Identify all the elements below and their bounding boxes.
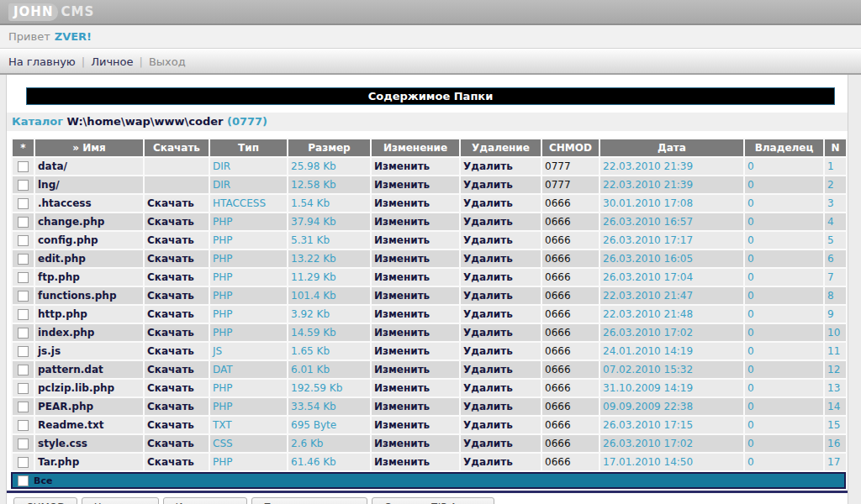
column-header: Дата bbox=[600, 139, 744, 157]
file-name-link[interactable]: change.php bbox=[38, 216, 104, 228]
download-link[interactable]: Скачать bbox=[147, 253, 194, 265]
row-checkbox[interactable] bbox=[18, 420, 29, 431]
download-link[interactable]: Скачать bbox=[147, 234, 194, 246]
file-name-link[interactable]: PEAR.php bbox=[38, 401, 93, 412]
row-checkbox[interactable] bbox=[18, 309, 29, 320]
nav-item-2[interactable]: Выход bbox=[149, 55, 186, 68]
file-name-link[interactable]: pclzip.lib.php bbox=[38, 382, 114, 394]
download-link[interactable]: Скачать bbox=[147, 327, 194, 339]
delete-link[interactable]: Удалить bbox=[463, 253, 513, 265]
delete-link[interactable]: Удалить bbox=[463, 234, 513, 246]
download-link[interactable]: Скачать bbox=[147, 271, 194, 283]
select-all-checkbox[interactable] bbox=[18, 475, 29, 486]
download-link[interactable]: Скачать bbox=[147, 345, 194, 357]
edit-link[interactable]: Изменить bbox=[374, 216, 430, 228]
action-button-1[interactable]: Удаление bbox=[82, 497, 158, 504]
edit-link[interactable]: Изменить bbox=[374, 271, 430, 283]
delete-link[interactable]: Удалить bbox=[463, 438, 513, 449]
edit-link[interactable]: Изменить bbox=[374, 308, 430, 320]
delete-link[interactable]: Удалить bbox=[463, 290, 513, 302]
edit-link[interactable]: Изменить bbox=[374, 234, 430, 246]
edit-link[interactable]: Изменить bbox=[374, 438, 430, 449]
row-checkbox[interactable] bbox=[18, 180, 29, 191]
edit-link[interactable]: Изменить bbox=[374, 345, 430, 357]
download-link[interactable]: Скачать bbox=[147, 438, 194, 449]
delete-link[interactable]: Удалить bbox=[463, 419, 513, 431]
row-checkbox[interactable] bbox=[18, 198, 29, 209]
row-checkbox[interactable] bbox=[18, 457, 29, 468]
row-checkbox[interactable] bbox=[18, 217, 29, 228]
edit-link[interactable]: Изменить bbox=[374, 290, 430, 302]
delete-link[interactable]: Удалить bbox=[463, 179, 513, 191]
edit-link[interactable]: Изменить bbox=[374, 419, 430, 431]
download-link[interactable]: Скачать bbox=[147, 197, 194, 209]
file-name-link[interactable]: style.css bbox=[38, 438, 87, 449]
delete-link[interactable]: Удалить bbox=[463, 327, 513, 339]
row-checkbox[interactable] bbox=[18, 346, 29, 357]
file-name-link[interactable]: edit.php bbox=[38, 253, 86, 265]
row-checkbox[interactable] bbox=[18, 328, 29, 339]
file-name-link[interactable]: Tar.php bbox=[38, 456, 79, 468]
download-link[interactable]: Скачать bbox=[147, 216, 194, 228]
file-date-link: 26.03.2010 17:04 bbox=[603, 271, 693, 283]
file-name-link[interactable]: functions.php bbox=[38, 290, 116, 302]
file-name-link[interactable]: .htaccess bbox=[38, 197, 92, 209]
username-link[interactable]: ZVER! bbox=[55, 30, 92, 43]
nav-item-0[interactable]: На главную bbox=[8, 55, 76, 68]
row-number: 6 bbox=[827, 253, 834, 265]
row-checkbox[interactable] bbox=[18, 161, 29, 172]
download-link[interactable]: Скачать bbox=[147, 419, 194, 431]
row-checkbox[interactable] bbox=[18, 383, 29, 394]
row-number: 11 bbox=[827, 345, 840, 357]
edit-link[interactable]: Изменить bbox=[374, 401, 430, 412]
edit-link[interactable]: Изменить bbox=[374, 160, 430, 172]
edit-link[interactable]: Изменить bbox=[374, 197, 430, 209]
action-button-0[interactable]: CHMOD bbox=[13, 497, 77, 504]
download-link[interactable]: Скачать bbox=[147, 456, 194, 468]
delete-link[interactable]: Удалить bbox=[463, 216, 513, 228]
file-name-link[interactable]: http.php bbox=[38, 308, 87, 320]
edit-link[interactable]: Изменить bbox=[374, 179, 430, 191]
table-row: edit.php Скачать PHP 13.22 Kb Изменить У… bbox=[12, 249, 847, 268]
file-name-link[interactable]: config.php bbox=[38, 234, 98, 246]
table-row: style.css Скачать CSS 2.6 Kb Изменить Уд… bbox=[12, 434, 847, 453]
download-link[interactable]: Скачать bbox=[147, 364, 194, 375]
row-checkbox[interactable] bbox=[18, 438, 29, 449]
file-name-link[interactable]: js.js bbox=[38, 345, 61, 357]
delete-link[interactable]: Удалить bbox=[463, 271, 513, 283]
edit-link[interactable]: Изменить bbox=[374, 253, 430, 265]
nav-item-1[interactable]: Личное bbox=[91, 55, 133, 68]
delete-link[interactable]: Удалить bbox=[463, 308, 513, 320]
delete-link[interactable]: Удалить bbox=[463, 364, 513, 375]
delete-link[interactable]: Удалить bbox=[463, 197, 513, 209]
file-name-link[interactable]: Readme.txt bbox=[38, 419, 103, 431]
action-button-2[interactable]: Изменение bbox=[163, 497, 247, 504]
edit-link[interactable]: Изменить bbox=[374, 456, 430, 468]
edit-link[interactable]: Изменить bbox=[374, 382, 430, 394]
catalog-label: Каталог bbox=[12, 115, 63, 128]
action-button-4[interactable]: Создать ZIP Архив bbox=[372, 497, 494, 504]
row-checkbox[interactable] bbox=[18, 254, 29, 265]
row-checkbox[interactable] bbox=[18, 365, 29, 375]
delete-link[interactable]: Удалить bbox=[463, 160, 513, 172]
file-name-link[interactable]: data/ bbox=[38, 160, 67, 172]
row-checkbox[interactable] bbox=[18, 272, 29, 283]
file-name-link[interactable]: index.php bbox=[38, 327, 94, 339]
download-link[interactable]: Скачать bbox=[147, 290, 194, 302]
delete-link[interactable]: Удалить bbox=[463, 456, 513, 468]
file-name-link[interactable]: ftp.php bbox=[38, 271, 80, 283]
download-link[interactable]: Скачать bbox=[147, 308, 194, 320]
row-checkbox[interactable] bbox=[18, 291, 29, 302]
download-link[interactable]: Скачать bbox=[147, 382, 194, 394]
download-link[interactable]: Скачать bbox=[147, 401, 194, 412]
row-checkbox[interactable] bbox=[18, 402, 29, 412]
delete-link[interactable]: Удалить bbox=[463, 345, 513, 357]
row-checkbox[interactable] bbox=[18, 235, 29, 246]
edit-link[interactable]: Изменить bbox=[374, 364, 430, 375]
file-name-link[interactable]: pattern.dat bbox=[38, 364, 103, 375]
action-button-3[interactable]: Переименование bbox=[251, 497, 367, 504]
delete-link[interactable]: Удалить bbox=[463, 401, 513, 412]
delete-link[interactable]: Удалить bbox=[463, 382, 513, 394]
file-name-link[interactable]: lng/ bbox=[38, 179, 60, 191]
edit-link[interactable]: Изменить bbox=[374, 327, 430, 339]
